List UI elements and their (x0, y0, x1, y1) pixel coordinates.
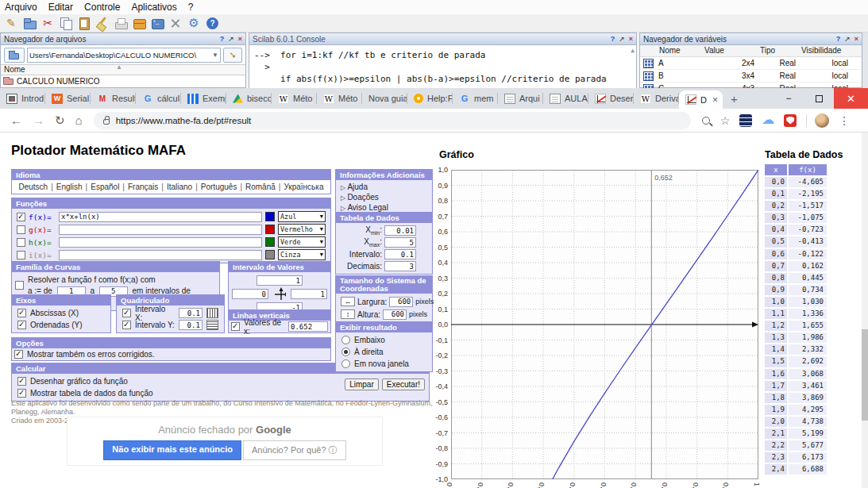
archive-icon[interactable] (131, 16, 147, 31)
familia-checkbox[interactable] (15, 281, 24, 290)
column-header[interactable]: Visibilidade (799, 45, 854, 56)
function-checkbox[interactable] (17, 213, 25, 221)
tab-arqui[interactable]: Arqui (498, 88, 542, 109)
tab-aula[interactable]: AULA (543, 88, 588, 109)
axis-checkbox[interactable] (17, 321, 26, 329)
language-link-română[interactable]: Română (245, 183, 276, 191)
scroll-up-icon[interactable]: ▲ (631, 47, 635, 54)
calc-checkbox[interactable] (17, 389, 26, 398)
tab-bisecc[interactable]: bisecc (226, 88, 271, 109)
info-link-ajuda[interactable]: Ajuda (339, 182, 429, 192)
print-icon[interactable] (113, 16, 129, 31)
folder-button[interactable] (4, 48, 25, 63)
close-icon[interactable]: × (238, 35, 242, 43)
language-link-english[interactable]: English (56, 183, 83, 191)
cut-icon[interactable] (40, 16, 56, 31)
language-link-deutsch[interactable]: Deutsch (19, 183, 48, 191)
file-item[interactable]: CALCULO NUMERICO (1, 75, 245, 87)
bookmark-star-icon[interactable]: ☆ (720, 114, 731, 127)
undock-icon[interactable]: ↗ (619, 35, 625, 43)
scrollbar-thumb[interactable] (862, 329, 868, 421)
help-icon[interactable]: ? (220, 35, 225, 43)
tab-novaguia[interactable]: Nova guia (362, 88, 407, 109)
cloud-extension-icon[interactable]: ☁ (762, 114, 774, 127)
altura-input[interactable] (383, 309, 407, 320)
menu-item-arquivo[interactable]: Arquivo (5, 2, 37, 13)
why-ad-button[interactable]: Anúncio? Por quê? ⓘ (243, 440, 346, 460)
language-link-français[interactable]: Français (128, 183, 158, 191)
open-icon[interactable] (21, 16, 37, 31)
field-input[interactable] (384, 225, 416, 236)
field-input[interactable] (384, 249, 416, 259)
function-checkbox[interactable] (17, 238, 25, 247)
function-input[interactable] (59, 250, 262, 260)
close-icon[interactable]: × (854, 35, 858, 43)
ymax-input[interactable] (257, 275, 303, 286)
address-bar[interactable] (94, 112, 691, 129)
radio-button[interactable] (341, 359, 350, 368)
go-button[interactable]: ➘ (223, 48, 242, 63)
language-link-українська[interactable]: Українська (284, 183, 323, 191)
color-select[interactable]: Vermelho▼ (278, 224, 326, 235)
variable-row[interactable]: B3x4Reallocal (640, 70, 862, 83)
menu-item-aplicativos[interactable]: Aplicativos (131, 2, 176, 13)
new-tab-button[interactable]: + (731, 92, 738, 106)
executar-button[interactable]: Executar! (382, 378, 425, 390)
help-icon[interactable]: ? (836, 35, 841, 43)
close-window-button[interactable]: ✕ (834, 88, 868, 109)
home-button[interactable]: ⌂ (75, 113, 83, 127)
undock-icon[interactable]: ↗ (844, 35, 851, 43)
tab-result[interactable]: Result (91, 88, 135, 109)
help-icon[interactable] (206, 17, 218, 29)
language-link-português[interactable]: Português (201, 183, 237, 191)
tab-serial[interactable]: Serial (45, 88, 90, 109)
language-link-español[interactable]: Español (91, 183, 119, 191)
tab-close-icon[interactable]: × (712, 94, 718, 106)
tab-deser[interactable]: Deser (588, 88, 633, 109)
forward-button[interactable]: → (33, 113, 44, 127)
column-header[interactable]: Tipo (758, 45, 799, 56)
zoom-icon[interactable] (702, 117, 710, 125)
column-header[interactable]: Nome (640, 45, 702, 56)
tab-mto[interactable]: Méto (272, 88, 316, 109)
maximize-button[interactable] (804, 88, 834, 109)
undock-icon[interactable]: ↗ (228, 35, 234, 43)
tab-mem[interactable]: mem (453, 88, 497, 109)
tab-exemp[interactable]: Exemp (181, 88, 226, 109)
function-input[interactable] (59, 225, 262, 235)
reload-button[interactable]: ↻ (55, 113, 65, 128)
field-input[interactable] (384, 261, 416, 271)
vline-checkbox[interactable] (231, 322, 240, 331)
console-output[interactable]: ▲ --> for i=1:kf //kf tb e criterio de p… (249, 45, 636, 88)
function-input[interactable] (59, 212, 262, 222)
paste-icon[interactable] (76, 16, 92, 31)
tab-helpf[interactable]: Help:F (407, 88, 452, 109)
variable-row[interactable]: A2x4Reallocal (640, 57, 862, 70)
minimize-button[interactable]: − (773, 88, 804, 109)
xmin-input[interactable] (232, 289, 268, 299)
radio-button[interactable] (341, 336, 350, 344)
page-scrollbar[interactable] (862, 133, 868, 488)
new-icon[interactable] (3, 16, 19, 31)
tab-clcul[interactable]: cálcul (136, 88, 180, 109)
scilab-scrollbar[interactable] (862, 33, 868, 88)
tab-introd[interactable]: Introd (0, 88, 44, 109)
function-input[interactable] (59, 237, 262, 248)
menu-kebab-icon[interactable]: ⋮ (839, 114, 850, 127)
field-input[interactable] (384, 237, 416, 248)
menu-item-editar[interactable]: Editar (48, 2, 73, 13)
console-icon[interactable] (149, 16, 165, 31)
info-link-doações[interactable]: Doações (339, 192, 429, 202)
color-select[interactable]: Azul▼ (278, 211, 326, 222)
grid-y-checkbox[interactable] (122, 321, 131, 329)
path-combobox[interactable]: Users\Fernanda\Desktop\CALCULO NUMERICO\… (27, 48, 221, 63)
hide-ad-button[interactable]: Não exibir mais este anúncio (103, 440, 241, 460)
language-link-italiano[interactable]: Italiano (167, 183, 192, 191)
menu-item-controle[interactable]: Controle (84, 2, 120, 13)
settings-icon[interactable] (186, 16, 202, 31)
tab-mto[interactable]: Méto (317, 88, 361, 109)
close-icon[interactable]: × (629, 35, 633, 43)
largura-input[interactable] (389, 297, 413, 307)
function-checkbox[interactable] (17, 225, 25, 234)
radio-button[interactable] (341, 348, 350, 356)
